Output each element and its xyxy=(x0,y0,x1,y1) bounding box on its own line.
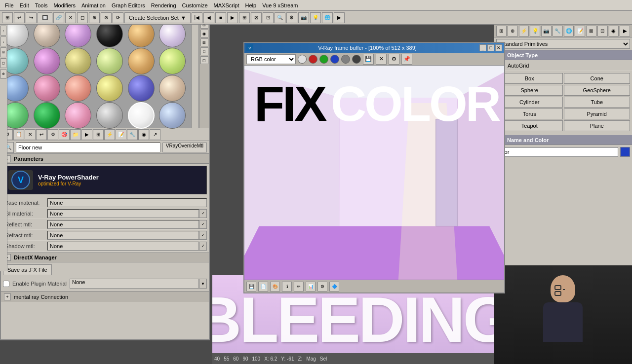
left-icon-1[interactable]: ↑ xyxy=(0,26,6,36)
menu-graph-editors[interactable]: Graph Editors xyxy=(109,2,148,9)
mat-sidebar-btn-3[interactable]: ⊠ xyxy=(200,38,208,46)
obj-type-btn-cone[interactable]: Cone xyxy=(564,73,631,84)
mat-ball-14[interactable] xyxy=(65,75,91,102)
mat-ball-9[interactable] xyxy=(96,48,123,74)
toolbar-btn-23[interactable]: ▶ xyxy=(334,12,345,23)
mat-sidebar-btn-5[interactable]: ◻ xyxy=(200,56,208,64)
mat-tool-load[interactable]: 📁 xyxy=(70,129,81,140)
create-selection-set-btn[interactable]: Create Selection Set ▼ xyxy=(124,12,191,23)
mat-ball-19[interactable] xyxy=(34,102,60,129)
rp-tool-6[interactable]: 🔧 xyxy=(553,26,563,36)
fb-bottom-btn-4[interactable]: ℹ xyxy=(282,282,292,291)
mat-tool-play[interactable]: ▶ xyxy=(81,129,92,140)
rp-tool-8[interactable]: 📝 xyxy=(575,26,585,36)
object-name-input[interactable] xyxy=(496,147,618,157)
menu-vue[interactable]: Vue 9 xStream xyxy=(259,2,301,9)
toolbar-btn-14[interactable]: ▶ xyxy=(227,12,238,23)
toolbar-btn-9[interactable]: ⊗ xyxy=(101,12,112,23)
toolbar-btn-13[interactable]: ■ xyxy=(215,12,226,23)
toolbar-btn-7[interactable]: ◻ xyxy=(77,12,88,23)
toolbar-btn-16[interactable]: ⊠ xyxy=(251,12,262,23)
mental-ray-row[interactable]: + mental ray Connection xyxy=(1,291,209,302)
toolbar-btn-22[interactable]: 🌐 xyxy=(322,12,333,23)
menu-customize[interactable]: Customize xyxy=(179,2,211,9)
fb-color-white[interactable] xyxy=(298,55,307,64)
menu-animation[interactable]: Animation xyxy=(79,2,109,9)
left-icon-5[interactable]: ⊕ xyxy=(0,69,6,79)
fb-bottom-btn-3[interactable]: 🎨 xyxy=(270,282,280,291)
obj-type-btn-teapot[interactable]: Teapot xyxy=(496,120,563,131)
menu-help[interactable]: Help xyxy=(242,2,260,9)
fb-close-btn[interactable]: ✕ xyxy=(495,44,502,51)
toolbar-btn-15[interactable]: ⊞ xyxy=(239,12,250,23)
obj-type-btn-box[interactable]: Box xyxy=(496,73,563,84)
rp-tool-12[interactable]: ▶ xyxy=(620,26,630,36)
material-grid-scrollbar[interactable] xyxy=(191,20,199,128)
mat-ball-3[interactable] xyxy=(96,21,123,47)
obj-type-btn-sphere[interactable]: Sphere xyxy=(496,85,563,96)
mat-tool-show-map[interactable]: ◉ xyxy=(138,129,149,140)
obj-type-btn-torus[interactable]: Torus xyxy=(496,109,563,119)
mat-ball-11[interactable] xyxy=(159,48,186,74)
fb-bottom-btn-7[interactable]: ⚙ xyxy=(317,282,327,291)
fb-bottom-btn-8[interactable]: 🔷 xyxy=(329,282,339,291)
fb-channel-dropdown[interactable]: RGB color xyxy=(246,54,296,64)
menu-modifiers[interactable]: Modifiers xyxy=(50,2,79,9)
fb-save-btn[interactable]: 💾 xyxy=(363,54,374,65)
mat-prop-btn-1[interactable]: ✓ xyxy=(199,209,207,218)
toolbar-btn-1[interactable]: ⊞ xyxy=(2,12,13,23)
fb-minimize-btn[interactable]: _ xyxy=(479,44,486,51)
toolbar-btn-10[interactable]: ⟳ xyxy=(113,12,123,23)
save-fx-button[interactable]: Save as .FX File xyxy=(3,264,52,275)
toolbar-btn-17[interactable]: ⊡ xyxy=(263,12,274,23)
mat-tool-pick[interactable]: ↩ xyxy=(36,129,47,140)
fb-maximize-btn[interactable]: □ xyxy=(487,44,494,51)
plugin-dropdown[interactable]: None xyxy=(70,279,199,289)
mental-ray-expand-btn[interactable]: + xyxy=(4,293,11,300)
rp-tool-10[interactable]: ⊡ xyxy=(597,26,608,36)
menu-rendering[interactable]: Rendering xyxy=(148,2,179,9)
left-icon-3[interactable]: ⊞ xyxy=(0,47,6,57)
toolbar-btn-3[interactable]: ↪ xyxy=(26,12,37,23)
fb-bottom-btn-2[interactable]: 📄 xyxy=(258,282,268,291)
toolbar-btn-5[interactable]: 🔗 xyxy=(53,12,64,23)
fb-clear-btn[interactable]: ✕ xyxy=(376,54,387,65)
rp-tool-3[interactable]: ⚡ xyxy=(519,26,529,36)
rp-tool-7[interactable]: 🌐 xyxy=(564,26,574,36)
fb-color-blue[interactable] xyxy=(330,55,339,64)
mat-tool-delete[interactable]: ✕ xyxy=(25,129,36,140)
mat-prop-btn-2[interactable]: ✓ xyxy=(199,220,207,229)
rp-tool-4[interactable]: 💡 xyxy=(530,26,540,36)
mat-ball-17[interactable] xyxy=(159,75,186,102)
mat-ball-21[interactable] xyxy=(96,102,123,129)
fb-bottom-btn-5[interactable]: ✏ xyxy=(294,282,304,291)
mat-prop-btn-4[interactable]: ✓ xyxy=(199,242,207,251)
toolbar-btn-11[interactable]: |◀ xyxy=(192,12,202,23)
toolbar-btn-18[interactable]: 🔍 xyxy=(275,12,285,23)
mat-ball-13[interactable] xyxy=(34,75,60,102)
toolbar-btn-2[interactable]: ↩ xyxy=(14,12,25,23)
mat-tool-show[interactable]: 🔧 xyxy=(127,129,138,140)
mat-ball-23[interactable] xyxy=(159,102,186,129)
material-name-input[interactable] xyxy=(16,143,160,152)
menu-tools[interactable]: Tools xyxy=(32,2,51,9)
fb-color-green[interactable] xyxy=(319,55,328,64)
fb-color-red[interactable] xyxy=(309,55,317,64)
enable-plugin-checkbox[interactable] xyxy=(3,281,9,287)
rp-tool-2[interactable]: ⊕ xyxy=(508,26,518,36)
rp-tool-11[interactable]: ◉ xyxy=(609,26,619,36)
mat-ball-2[interactable] xyxy=(65,21,91,47)
mat-ball-15[interactable] xyxy=(96,75,123,102)
mat-tool-copy[interactable]: 📋 xyxy=(13,129,24,140)
toolbar-btn-6[interactable]: ✕ xyxy=(65,12,76,23)
fb-pin-btn[interactable]: 📌 xyxy=(401,54,412,65)
mat-tool-bg[interactable]: ↗ xyxy=(150,129,160,140)
mat-ball-16[interactable] xyxy=(128,75,155,102)
mat-ball-22[interactable] xyxy=(128,102,155,129)
object-color-swatch[interactable] xyxy=(620,147,630,157)
mat-ball-4[interactable] xyxy=(128,21,155,47)
plugin-dropdown-arrow[interactable]: ▼ xyxy=(199,279,207,289)
obj-type-btn-plane[interactable]: Plane xyxy=(564,120,631,131)
toolbar-btn-8[interactable]: ⊕ xyxy=(89,12,100,23)
obj-type-btn-tube[interactable]: Tube xyxy=(564,97,631,108)
